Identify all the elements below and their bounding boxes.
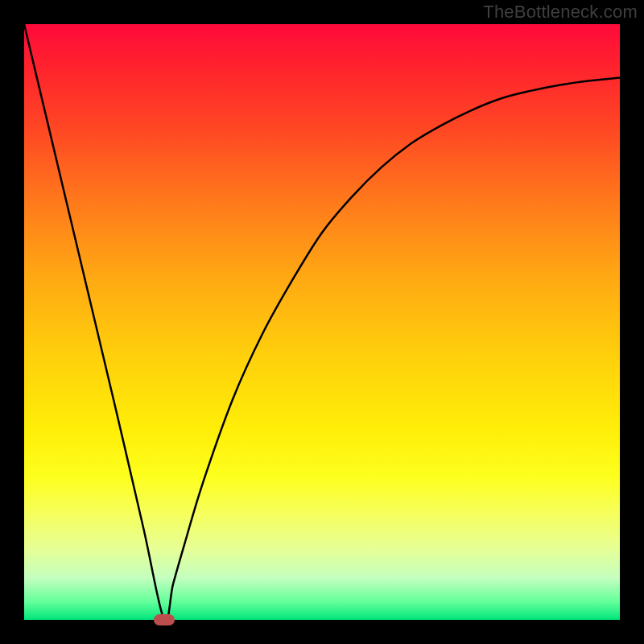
plot-area: [24, 24, 620, 620]
bottleneck-curve: [24, 24, 620, 620]
minimum-marker: [154, 614, 175, 625]
attribution-text: TheBottleneck.com: [483, 2, 638, 23]
chart-frame: TheBottleneck.com: [0, 0, 644, 644]
